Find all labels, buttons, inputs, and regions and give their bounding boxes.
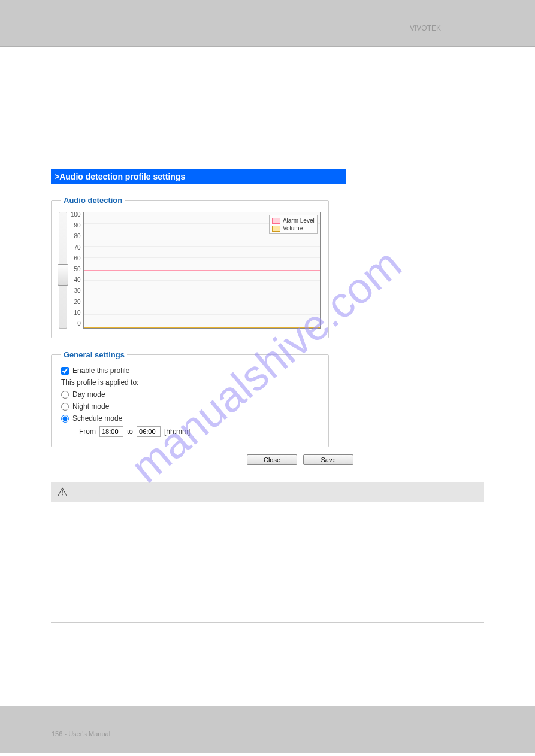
audio-chart: Alarm Level Volume (83, 212, 321, 329)
note-item: Audio detection configuration is not ava… (68, 509, 484, 532)
footer-divider (51, 622, 484, 623)
note-item: Sudden noises - a loud change in sound v… (68, 563, 484, 585)
schedule-mode-radio[interactable] (61, 415, 69, 423)
day-mode-label: Day mode (72, 390, 105, 399)
button-row: Close Save (51, 454, 353, 465)
intro-p2: 1. Click on the Enable this profile chec… (51, 92, 484, 102)
brand-text: VIVOTEK (410, 24, 441, 32)
alarm-slider-thumb[interactable] (58, 264, 68, 286)
night-mode-label: Night mode (72, 402, 109, 411)
enable-profile-checkbox[interactable] (61, 367, 69, 375)
footer-page: 156 - User's Manual (52, 730, 110, 737)
audio-detection-legend: Audio detection (61, 196, 125, 205)
applied-to-label: This profile is applied to: (61, 378, 322, 387)
hhmm-label: [hh:mm] (164, 427, 190, 436)
note-list: Audio detection configuration is not ava… (59, 509, 484, 586)
schedule-range: From to [hh:mm] (79, 426, 322, 437)
to-label: to (127, 427, 133, 436)
from-label: From (79, 427, 96, 436)
intro-p5: 4. Click Save and then click Close to co… (51, 145, 484, 156)
top-bar: VIVOTEK (0, 0, 535, 47)
night-mode-radio[interactable] (61, 403, 69, 411)
alarm-slider[interactable] (59, 212, 67, 329)
day-mode-radio[interactable] (61, 391, 69, 399)
volume-line (84, 327, 320, 328)
to-time-input[interactable] (137, 426, 161, 437)
intro-p3: 2. Repeat steps 1~3 shown above for Audi… (51, 106, 484, 117)
general-settings-fieldset: General settings Enable this profile Thi… (51, 350, 329, 447)
intro-p1: You can use the Profile window to config… (51, 66, 484, 88)
chart-row: 100 90 80 70 60 50 40 30 20 10 0 Alarm L… (59, 212, 322, 332)
intro-p4: 3. Select the period of time to which th… (51, 120, 484, 142)
from-time-input[interactable] (99, 426, 123, 437)
intro-block: You can use the Profile window to config… (51, 66, 484, 156)
schedule-mode-label: Schedule mode (72, 414, 122, 423)
legend-volume: Volume (272, 224, 315, 232)
enable-profile-label: Enable this profile (72, 366, 129, 375)
general-settings-legend: General settings (61, 350, 127, 359)
audio-detection-fieldset: Audio detection 100 90 80 70 60 50 40 30… (51, 196, 329, 338)
footer-bar: 156 - User's Manual (0, 706, 535, 753)
panel-title: >Audio detection profile settings (51, 169, 346, 184)
chart-legend: Alarm Level Volume (269, 215, 318, 234)
warning-icon: ⚠ (57, 485, 68, 499)
note-item: If the Alarm level and the received volu… (68, 536, 484, 558)
alarm-swatch-icon (272, 218, 280, 224)
close-button[interactable]: Close (247, 454, 297, 465)
volume-swatch-icon (272, 226, 280, 232)
header-divider (0, 51, 535, 51)
note-header: ⚠ IMPORTANT: (51, 482, 484, 502)
alarm-level-line (84, 270, 320, 271)
save-button[interactable]: Save (303, 454, 353, 465)
note-title: IMPORTANT: (74, 488, 121, 497)
legend-alarm: Alarm Level (272, 217, 315, 224)
y-axis-labels: 100 90 80 70 60 50 40 30 20 10 0 (71, 212, 81, 332)
